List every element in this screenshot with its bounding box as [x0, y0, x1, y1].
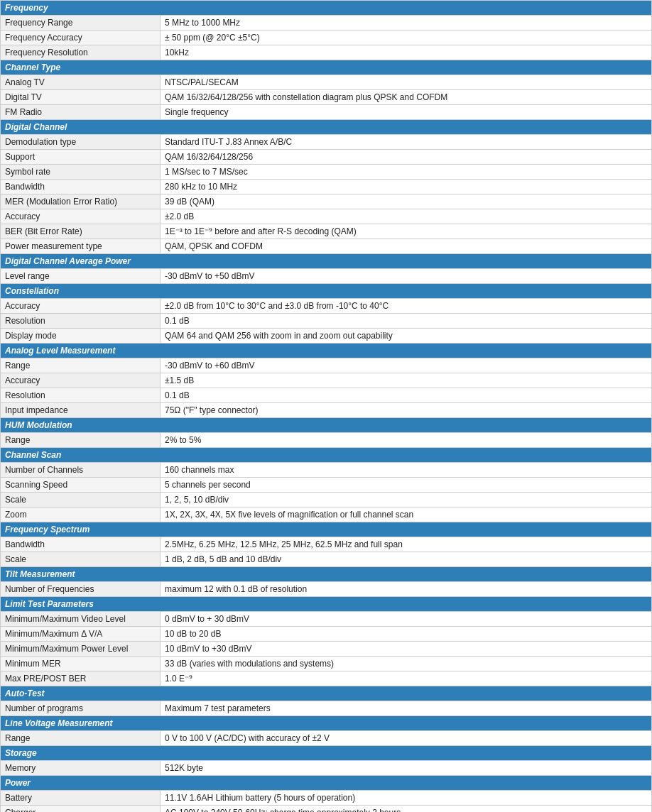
row-value: 1, 2, 5, 10 dB/div	[161, 493, 652, 508]
row-value: 10 dB to 20 dB	[161, 627, 652, 642]
table-row: Bandwidth2.5MHz, 6.25 MHz, 12.5 MHz, 25 …	[1, 537, 652, 552]
row-label: Minimum/Maximum Δ V/A	[1, 627, 161, 642]
row-value: ±2.0 dB	[161, 209, 652, 224]
row-label: FM Radio	[1, 105, 161, 120]
row-label: Symbol rate	[1, 165, 161, 180]
table-row: Minimum/Maximum Power Level10 dBmV to +3…	[1, 642, 652, 657]
row-label: Support	[1, 150, 161, 165]
row-value: 160 channels max	[161, 463, 652, 478]
row-value: 5 MHz to 1000 MHz	[161, 16, 652, 31]
row-value: maximum 12 with 0.1 dB of resolution	[161, 582, 652, 597]
table-row: Display modeQAM 64 and QAM 256 with zoom…	[1, 329, 652, 344]
row-label: Bandwidth	[1, 537, 161, 552]
row-label: Frequency Accuracy	[1, 31, 161, 45]
section-header-row: Frequency Spectrum	[1, 522, 652, 537]
row-label: Range	[1, 433, 161, 448]
section-header-cell: Channel Type	[1, 60, 652, 75]
row-value: AC 100V to 240V 50-60Hz; charge time app…	[161, 806, 652, 813]
row-value: 1E⁻³ to 1E⁻⁹ before and after R-S decodi…	[161, 224, 652, 239]
table-row: Frequency Resolution10kHz	[1, 45, 652, 60]
table-row: Symbol rate1 MS/sec to 7 MS/sec	[1, 165, 652, 180]
row-label: Minimum MER	[1, 657, 161, 671]
section-header-cell: Line Voltage Measurement	[1, 716, 652, 731]
row-label: Display mode	[1, 329, 161, 344]
section-header-row: Channel Type	[1, 60, 652, 75]
row-value: 75Ω ("F" type connector)	[161, 403, 652, 418]
table-row: BER (Bit Error Rate)1E⁻³ to 1E⁻⁹ before …	[1, 224, 652, 239]
section-header-cell: Analog Level Measurement	[1, 344, 652, 358]
row-label: Memory	[1, 761, 161, 776]
row-value: ±2.0 dB from 10°C to 30°C and ±3.0 dB fr…	[161, 299, 652, 314]
row-label: Resolution	[1, 314, 161, 329]
section-header-cell: Digital Channel Average Power	[1, 254, 652, 269]
table-row: Demodulation typeStandard ITU-T J.83 Ann…	[1, 135, 652, 150]
section-header-cell: Frequency Spectrum	[1, 522, 652, 537]
row-value: 0.1 dB	[161, 388, 652, 403]
row-value: QAM, QPSK and COFDM	[161, 239, 652, 254]
row-value: QAM 16/32/64/128/256 with constellation …	[161, 90, 652, 105]
row-label: Input impedance	[1, 403, 161, 418]
row-value: 2.5MHz, 6.25 MHz, 12.5 MHz, 25 MHz, 62.5…	[161, 537, 652, 552]
row-label: Minimum/Maximum Power Level	[1, 642, 161, 657]
table-row: Resolution0.1 dB	[1, 388, 652, 403]
row-label: Zoom	[1, 508, 161, 522]
row-value: ±1.5 dB	[161, 373, 652, 388]
table-row: SupportQAM 16/32/64/128/256	[1, 150, 652, 165]
section-header-row: Channel Scan	[1, 448, 652, 463]
row-value: 1X, 2X, 3X, 4X, 5X five levels of magnif…	[161, 508, 652, 522]
section-header-row: Analog Level Measurement	[1, 344, 652, 358]
row-value: 280 kHz to 10 MHz	[161, 180, 652, 194]
row-label: Battery	[1, 791, 161, 806]
row-value: 1 MS/sec to 7 MS/sec	[161, 165, 652, 180]
row-label: Max PRE/POST BER	[1, 671, 161, 686]
section-header-row: HUM Modulation	[1, 418, 652, 433]
row-value: -30 dBmV to +60 dBmV	[161, 358, 652, 373]
section-header-cell: Digital Channel	[1, 120, 652, 135]
table-row: ChargerAC 100V to 240V 50-60Hz; charge t…	[1, 806, 652, 813]
row-label: BER (Bit Error Rate)	[1, 224, 161, 239]
table-row: Frequency Accuracy± 50 ppm (@ 20°C ±5°C)	[1, 31, 652, 45]
table-row: Frequency Range5 MHz to 1000 MHz	[1, 16, 652, 31]
table-row: Bandwidth280 kHz to 10 MHz	[1, 180, 652, 194]
section-header-row: Power	[1, 776, 652, 791]
table-row: MER (Modulation Error Ratio)39 dB (QAM)	[1, 194, 652, 209]
section-header-row: Digital Channel Average Power	[1, 254, 652, 269]
row-value: 33 dB (varies with modulations and syste…	[161, 657, 652, 671]
row-value: QAM 64 and QAM 256 with zoom in and zoom…	[161, 329, 652, 344]
row-label: MER (Modulation Error Ratio)	[1, 194, 161, 209]
section-header-row: Auto-Test	[1, 686, 652, 701]
section-header-row: Frequency	[1, 1, 652, 16]
section-header-row: Digital Channel	[1, 120, 652, 135]
row-label: Minimum/Maximum Video Level	[1, 612, 161, 627]
section-header-cell: Channel Scan	[1, 448, 652, 463]
row-label: Scale	[1, 552, 161, 567]
row-value: 2% to 5%	[161, 433, 652, 448]
table-row: Accuracy±2.0 dB from 10°C to 30°C and ±3…	[1, 299, 652, 314]
table-row: Power measurement typeQAM, QPSK and COFD…	[1, 239, 652, 254]
section-header-cell: Frequency	[1, 1, 652, 16]
table-row: Range-30 dBmV to +60 dBmV	[1, 358, 652, 373]
table-row: Number of Frequenciesmaximum 12 with 0.1…	[1, 582, 652, 597]
table-row: Number of programsMaximum 7 test paramet…	[1, 701, 652, 716]
row-value: Maximum 7 test parameters	[161, 701, 652, 716]
section-header-cell: Auto-Test	[1, 686, 652, 701]
table-row: Scale1 dB, 2 dB, 5 dB and 10 dB/div	[1, 552, 652, 567]
section-header-cell: Constellation	[1, 284, 652, 299]
row-label: Analog TV	[1, 75, 161, 90]
row-value: ± 50 ppm (@ 20°C ±5°C)	[161, 31, 652, 45]
row-label: Range	[1, 731, 161, 746]
table-row: FM RadioSingle frequency	[1, 105, 652, 120]
row-label: Number of programs	[1, 701, 161, 716]
row-label: Charger	[1, 806, 161, 813]
section-header-row: Tilt Measurement	[1, 567, 652, 582]
row-value: 1 dB, 2 dB, 5 dB and 10 dB/div	[161, 552, 652, 567]
section-header-cell: Limit Test Parameters	[1, 597, 652, 612]
row-label: Accuracy	[1, 209, 161, 224]
row-label: Scale	[1, 493, 161, 508]
row-value: 5 channels per second	[161, 478, 652, 493]
section-header-row: Constellation	[1, 284, 652, 299]
specs-table: FrequencyFrequency Range5 MHz to 1000 MH…	[0, 0, 652, 812]
row-value: Standard ITU-T J.83 Annex A/B/C	[161, 135, 652, 150]
row-value: 512K byte	[161, 761, 652, 776]
table-row: Minimum/Maximum Δ V/A10 dB to 20 dB	[1, 627, 652, 642]
